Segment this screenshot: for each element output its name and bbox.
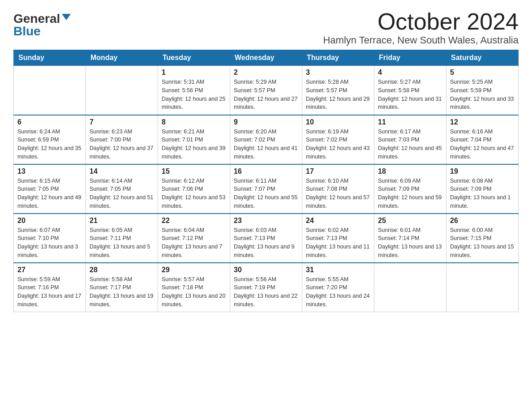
day-info: Sunrise: 5:25 AMSunset: 5:59 PMDaylight:…	[450, 78, 515, 111]
day-info: Sunrise: 6:21 AMSunset: 7:01 PMDaylight:…	[162, 128, 226, 161]
day-number: 20	[17, 217, 82, 225]
logo-arrow-icon	[62, 14, 71, 20]
day-number: 8	[162, 118, 226, 126]
day-number: 12	[450, 118, 515, 126]
calendar-table: SundayMondayTuesdayWednesdayThursdayFrid…	[13, 50, 519, 312]
calendar-cell	[86, 66, 158, 115]
calendar-cell: 28Sunrise: 5:58 AMSunset: 7:17 PMDayligh…	[86, 263, 158, 312]
day-info: Sunrise: 5:55 AMSunset: 7:20 PMDaylight:…	[306, 275, 370, 309]
calendar-week-row: 1Sunrise: 5:31 AMSunset: 5:56 PMDaylight…	[14, 66, 519, 115]
day-info: Sunrise: 6:09 AMSunset: 7:09 PMDaylight:…	[378, 177, 442, 210]
calendar-cell: 24Sunrise: 6:02 AMSunset: 7:13 PMDayligh…	[302, 214, 374, 263]
day-number: 21	[90, 217, 154, 225]
calendar-cell: 9Sunrise: 6:20 AMSunset: 7:02 PMDaylight…	[230, 115, 302, 164]
calendar-cell: 12Sunrise: 6:16 AMSunset: 7:04 PMDayligh…	[446, 115, 519, 164]
day-number: 10	[306, 118, 370, 126]
day-number: 11	[378, 118, 442, 126]
calendar-cell: 15Sunrise: 6:12 AMSunset: 7:06 PMDayligh…	[158, 164, 230, 214]
day-number: 3	[306, 68, 370, 77]
day-of-week-header: Sunday	[14, 50, 86, 66]
day-info: Sunrise: 6:02 AMSunset: 7:13 PMDaylight:…	[306, 226, 370, 260]
location-title: Hamlyn Terrace, New South Wales, Austral…	[323, 34, 519, 46]
calendar-cell: 23Sunrise: 6:03 AMSunset: 7:13 PMDayligh…	[230, 214, 302, 263]
calendar-cell: 31Sunrise: 5:55 AMSunset: 7:20 PMDayligh…	[302, 263, 374, 312]
day-info: Sunrise: 6:19 AMSunset: 7:02 PMDaylight:…	[306, 128, 370, 161]
day-number: 13	[17, 167, 82, 176]
day-number: 31	[306, 266, 370, 274]
calendar-cell: 19Sunrise: 6:08 AMSunset: 7:09 PMDayligh…	[446, 164, 519, 214]
day-number: 28	[90, 266, 154, 274]
calendar-cell: 4Sunrise: 5:27 AMSunset: 5:58 PMDaylight…	[374, 66, 446, 115]
calendar-cell: 14Sunrise: 6:14 AMSunset: 7:05 PMDayligh…	[86, 164, 158, 214]
day-info: Sunrise: 6:00 AMSunset: 7:15 PMDaylight:…	[450, 226, 515, 260]
calendar-cell: 2Sunrise: 5:29 AMSunset: 5:57 PMDaylight…	[230, 66, 302, 115]
day-number: 30	[234, 266, 298, 274]
calendar-week-row: 27Sunrise: 5:59 AMSunset: 7:16 PMDayligh…	[14, 263, 519, 312]
calendar-cell: 11Sunrise: 6:17 AMSunset: 7:03 PMDayligh…	[374, 115, 446, 164]
day-info: Sunrise: 6:23 AMSunset: 7:00 PMDaylight:…	[90, 128, 154, 161]
day-number: 5	[450, 68, 515, 77]
day-number: 1	[162, 68, 226, 77]
calendar-cell: 1Sunrise: 5:31 AMSunset: 5:56 PMDaylight…	[158, 66, 230, 115]
day-of-week-header: Saturday	[446, 50, 519, 66]
day-number: 26	[450, 217, 515, 225]
day-of-week-header: Tuesday	[158, 50, 230, 66]
calendar-cell: 3Sunrise: 5:28 AMSunset: 5:57 PMDaylight…	[302, 66, 374, 115]
day-info: Sunrise: 6:24 AMSunset: 6:59 PMDaylight:…	[17, 128, 82, 161]
calendar-week-row: 6Sunrise: 6:24 AMSunset: 6:59 PMDaylight…	[14, 115, 519, 164]
day-info: Sunrise: 6:12 AMSunset: 7:06 PMDaylight:…	[162, 177, 226, 210]
day-info: Sunrise: 6:15 AMSunset: 7:05 PMDaylight:…	[17, 177, 82, 210]
calendar-week-row: 13Sunrise: 6:15 AMSunset: 7:05 PMDayligh…	[14, 164, 519, 214]
day-number: 6	[17, 118, 82, 126]
title-area: October 2024 Hamlyn Terrace, New South W…	[323, 9, 519, 46]
day-info: Sunrise: 5:56 AMSunset: 7:19 PMDaylight:…	[234, 275, 298, 309]
calendar-week-row: 20Sunrise: 6:07 AMSunset: 7:10 PMDayligh…	[14, 214, 519, 263]
calendar-cell: 5Sunrise: 5:25 AMSunset: 5:59 PMDaylight…	[446, 66, 519, 115]
day-number: 23	[234, 217, 298, 225]
day-info: Sunrise: 6:08 AMSunset: 7:09 PMDaylight:…	[450, 177, 515, 210]
calendar-cell: 21Sunrise: 6:05 AMSunset: 7:11 PMDayligh…	[86, 214, 158, 263]
day-info: Sunrise: 5:27 AMSunset: 5:58 PMDaylight:…	[378, 78, 442, 111]
day-info: Sunrise: 5:31 AMSunset: 5:56 PMDaylight:…	[162, 78, 226, 111]
day-of-week-header: Wednesday	[230, 50, 302, 66]
calendar-cell	[374, 263, 446, 312]
calendar-cell: 17Sunrise: 6:10 AMSunset: 7:08 PMDayligh…	[302, 164, 374, 214]
calendar-cell: 29Sunrise: 5:57 AMSunset: 7:18 PMDayligh…	[158, 263, 230, 312]
day-of-week-header: Friday	[374, 50, 446, 66]
day-number: 22	[162, 217, 226, 225]
calendar-cell: 10Sunrise: 6:19 AMSunset: 7:02 PMDayligh…	[302, 115, 374, 164]
day-info: Sunrise: 5:58 AMSunset: 7:17 PMDaylight:…	[90, 275, 154, 309]
day-number: 18	[378, 167, 442, 176]
day-info: Sunrise: 6:05 AMSunset: 7:11 PMDaylight:…	[90, 226, 154, 260]
day-info: Sunrise: 5:59 AMSunset: 7:16 PMDaylight:…	[17, 275, 82, 309]
day-number: 29	[162, 266, 226, 274]
day-number: 19	[450, 167, 515, 176]
calendar-cell: 27Sunrise: 5:59 AMSunset: 7:16 PMDayligh…	[14, 263, 86, 312]
calendar-cell: 6Sunrise: 6:24 AMSunset: 6:59 PMDaylight…	[14, 115, 86, 164]
day-number: 24	[306, 217, 370, 225]
day-info: Sunrise: 6:16 AMSunset: 7:04 PMDaylight:…	[450, 128, 515, 161]
calendar-cell: 25Sunrise: 6:01 AMSunset: 7:14 PMDayligh…	[374, 214, 446, 263]
day-number: 27	[17, 266, 82, 274]
calendar-cell: 26Sunrise: 6:00 AMSunset: 7:15 PMDayligh…	[446, 214, 519, 263]
calendar-cell: 30Sunrise: 5:56 AMSunset: 7:19 PMDayligh…	[230, 263, 302, 312]
day-number: 2	[234, 68, 298, 77]
calendar-cell: 16Sunrise: 6:11 AMSunset: 7:07 PMDayligh…	[230, 164, 302, 214]
month-year-title: October 2024	[323, 9, 519, 34]
day-info: Sunrise: 6:10 AMSunset: 7:08 PMDaylight:…	[306, 177, 370, 210]
day-info: Sunrise: 6:11 AMSunset: 7:07 PMDaylight:…	[234, 177, 298, 210]
logo-general-text: General	[13, 13, 60, 25]
day-number: 7	[90, 118, 154, 126]
day-info: Sunrise: 5:29 AMSunset: 5:57 PMDaylight:…	[234, 78, 298, 111]
calendar-cell: 22Sunrise: 6:04 AMSunset: 7:12 PMDayligh…	[158, 214, 230, 263]
page-header: General Blue October 2024 Hamlyn Terrace…	[13, 9, 519, 46]
day-number: 4	[378, 68, 442, 77]
calendar-cell: 20Sunrise: 6:07 AMSunset: 7:10 PMDayligh…	[14, 214, 86, 263]
day-of-week-header: Monday	[86, 50, 158, 66]
calendar-cell: 8Sunrise: 6:21 AMSunset: 7:01 PMDaylight…	[158, 115, 230, 164]
calendar-header-row: SundayMondayTuesdayWednesdayThursdayFrid…	[14, 50, 519, 66]
day-info: Sunrise: 5:57 AMSunset: 7:18 PMDaylight:…	[162, 275, 226, 309]
day-info: Sunrise: 6:07 AMSunset: 7:10 PMDaylight:…	[17, 226, 82, 260]
calendar-cell	[14, 66, 86, 115]
calendar-cell	[446, 263, 519, 312]
